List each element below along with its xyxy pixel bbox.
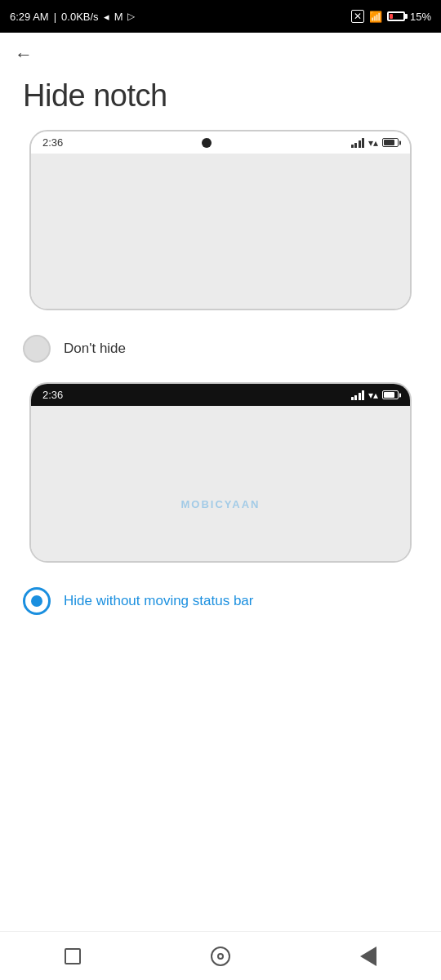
back-nav-icon (360, 947, 376, 966)
alarm-icon: ✕ (351, 10, 364, 23)
phone-mockup-1: 2:36 ▾▴ (29, 130, 412, 310)
radio-selected-indicator (31, 595, 42, 607)
status-bar: 6:29 AM | 0.0KB/s ◂ M ▷ ✕ 📶 15% (0, 0, 441, 33)
notch-dot (202, 138, 212, 148)
nav-arrow-icon: ◂ (104, 11, 109, 23)
media-icon: ▷ (127, 11, 135, 22)
navigation-bar (0, 931, 441, 980)
option-dont-hide[interactable]: Don't hide (0, 323, 441, 374)
battery-percent: 15% (410, 11, 431, 23)
status-speed: | (54, 11, 56, 23)
status-right: ✕ 📶 15% (351, 10, 431, 23)
option-hide-no-move-label: Hide without moving status bar (64, 593, 253, 609)
mockup1-time: 2:36 (42, 136, 63, 149)
mockup1-status-bar: 2:36 ▾▴ (31, 131, 410, 154)
back-button[interactable]: ← (15, 44, 33, 65)
header-bar: ← (0, 33, 441, 72)
status-time: 6:29 AM (10, 11, 49, 23)
phone-mockup-2: 2:36 ▾▴ (29, 382, 412, 563)
main-content: ← Hide notch 2:36 ▾▴ (0, 33, 441, 692)
radio-hide-no-move[interactable] (23, 587, 51, 615)
mockup2-screen (31, 406, 410, 561)
battery-mini-2 (382, 390, 399, 399)
mockup2-status-bar: 2:36 ▾▴ (31, 384, 410, 406)
preview-hide: 2:36 ▾▴ (0, 382, 441, 563)
battery-mini-1 (382, 138, 399, 147)
recent-apps-button[interactable] (65, 948, 81, 964)
home-button[interactable] (211, 947, 230, 966)
mockup1-right-icons: ▾▴ (351, 137, 399, 149)
wifi-icon: ▾▴ (368, 137, 378, 149)
mail-icon: M (114, 11, 123, 23)
preview-dont-hide: 2:36 ▾▴ (0, 130, 441, 310)
back-nav-button[interactable] (360, 947, 376, 966)
status-left: 6:29 AM | 0.0KB/s ◂ M ▷ (10, 11, 135, 23)
home-icon-inner (217, 953, 224, 960)
mockup2-right-icons: ▾▴ (351, 390, 399, 401)
option-dont-hide-label: Don't hide (64, 341, 126, 357)
option-hide-no-move[interactable]: Hide without moving status bar (0, 576, 441, 626)
page-title: Hide notch (0, 72, 441, 130)
signal-icon-2 (351, 390, 365, 400)
recent-apps-icon (65, 948, 81, 964)
mockup1-screen (31, 154, 410, 309)
signal-icon (351, 138, 365, 148)
status-network-speed: 0.0KB/s (61, 11, 99, 23)
wifi-status-icon: 📶 (369, 11, 382, 23)
radio-dont-hide[interactable] (23, 335, 51, 363)
battery-icon (387, 11, 405, 21)
home-icon (211, 947, 230, 966)
wifi-icon-2: ▾▴ (368, 390, 378, 401)
mockup2-time: 2:36 (42, 389, 63, 401)
